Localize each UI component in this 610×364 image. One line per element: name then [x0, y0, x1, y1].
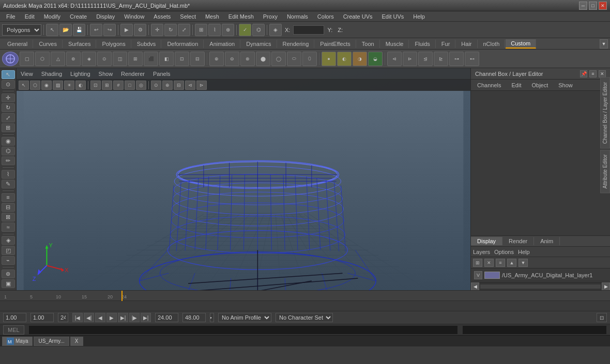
shelf-tab-dynamics[interactable]: Dynamics [241, 40, 277, 48]
char-set-dropdown[interactable]: No Character Set [276, 313, 333, 322]
layer-vis-0[interactable]: V [474, 271, 482, 279]
prev-key-btn[interactable]: ◀| [84, 313, 94, 322]
shelf-tab-rendering[interactable]: Rendering [278, 40, 315, 48]
select-tool-btn[interactable]: ↖ [46, 24, 58, 36]
layer-move-down-btn[interactable]: ▼ [518, 259, 528, 267]
cb-tab-edit[interactable]: Edit [507, 81, 525, 89]
vp-ortho-btn[interactable]: □ [125, 81, 135, 90]
sculpt-tool[interactable]: ⌬ [2, 147, 15, 155]
vp-menu-view[interactable]: View [21, 71, 33, 77]
vp-bookmark-btn[interactable]: ⊲ [185, 81, 195, 90]
shelf-icon-20[interactable]: ● [322, 52, 336, 66]
right-panel-scrollbar[interactable]: ◀ ▶ [471, 282, 610, 290]
channel-box-options[interactable]: ≡ [589, 70, 597, 77]
shelf-icon-12[interactable]: ⊟ [190, 52, 205, 66]
input-ops-btn[interactable]: ◈ [269, 24, 282, 36]
render-layers-btn[interactable]: ⊠ [2, 213, 15, 221]
shelf-tab-curves[interactable]: Curves [34, 40, 63, 48]
shelf-icon-2[interactable]: ⬡ [35, 52, 50, 66]
shelf-tab-custom[interactable]: Custom [506, 39, 536, 49]
select-tool[interactable]: ↖ [2, 70, 15, 79]
vp-aa-btn[interactable]: ⊕ [162, 81, 173, 90]
shelf-icon-29[interactable]: ⊷ [465, 52, 479, 66]
vp-shadow-btn[interactable]: ◐ [75, 81, 86, 90]
vp-isolate-btn[interactable]: ◎ [136, 81, 146, 90]
vp-xray-btn[interactable]: ⊳ [196, 81, 207, 90]
pb-tab-render[interactable]: Render [502, 237, 534, 245]
vp-grid-btn[interactable]: # [113, 81, 124, 90]
maximize-button[interactable]: □ [589, 2, 597, 10]
lasso-tool[interactable]: ⊙ [2, 80, 15, 89]
scroll-right-btn[interactable]: ▶ [602, 282, 610, 291]
shelf-icon-21[interactable]: ◐ [337, 52, 352, 66]
shelf-icon-10[interactable]: ◧ [159, 52, 174, 66]
menu-modify[interactable]: Modify [40, 12, 65, 21]
range-end-input[interactable]: 48.00 [182, 313, 206, 322]
render-btn[interactable]: ▶ [120, 24, 133, 36]
vp-poly-count-btn[interactable]: ⊞ [102, 81, 112, 90]
shelf-icon-26[interactable]: ⊴ [418, 52, 433, 66]
delete-layer-btn[interactable]: ✕ [484, 259, 494, 267]
shelf-icon-5[interactable]: ◈ [82, 52, 96, 66]
vp-wireframe-btn[interactable]: ⬡ [30, 81, 40, 90]
shelf-tab-toon[interactable]: Toon [357, 40, 380, 48]
vp-menu-show[interactable]: Show [99, 71, 113, 77]
shelf-tab-fluids[interactable]: Fluids [409, 40, 435, 48]
shelf-tab-fur[interactable]: Fur [436, 40, 456, 48]
taskbar-btn-maya[interactable]: M Maya [2, 337, 33, 346]
move-btn[interactable]: ✛ [151, 24, 163, 36]
play-end-btn[interactable]: ▶| [141, 313, 151, 322]
shelf-tab-general[interactable]: General [2, 40, 33, 48]
play-btn[interactable]: ▶ [106, 313, 117, 322]
start-frame-input[interactable]: 1.00 [30, 313, 54, 322]
vp-menu-panels[interactable]: Panels [153, 71, 171, 77]
curve-tool[interactable]: ⌇ [2, 170, 15, 179]
menu-mesh[interactable]: Mesh [201, 12, 223, 21]
channel-box-close[interactable]: ✕ [599, 70, 606, 77]
menu-edit-mesh[interactable]: Edit Mesh [224, 12, 258, 21]
menu-proxy[interactable]: Proxy [259, 12, 282, 21]
move-tool[interactable]: ✛ [2, 93, 15, 102]
close-button[interactable]: ✕ [599, 2, 607, 10]
layer-menu-options[interactable]: Options [494, 249, 514, 255]
cb-tab-channels[interactable]: Channels [473, 81, 505, 89]
shelf-icon-3[interactable]: △ [51, 52, 65, 66]
layer-options-btn[interactable]: ≡ [496, 259, 505, 267]
undo-btn[interactable]: ↩ [90, 24, 102, 36]
shelf-icon-13[interactable]: ⊕ [209, 52, 224, 66]
shelf-tab-muscle[interactable]: Muscle [380, 40, 409, 48]
shelf-icon-28[interactable]: ⊶ [449, 52, 464, 66]
menu-edit[interactable]: Edit [21, 12, 39, 21]
shelf-icon-14[interactable]: ⊖ [225, 52, 239, 66]
redo-btn[interactable]: ↪ [103, 24, 116, 36]
minimize-button[interactable]: ─ [579, 2, 587, 10]
menu-display[interactable]: Display [92, 12, 119, 21]
hypershade-btn[interactable]: ◈ [2, 236, 15, 245]
menu-create-uvs[interactable]: Create UVs [339, 12, 377, 21]
rotate-btn[interactable]: ↻ [164, 24, 177, 36]
quick-select-btn[interactable]: ⊛ [2, 270, 15, 278]
channel-box-pin[interactable]: 📌 [580, 70, 587, 77]
layer-move-up-btn[interactable]: ▲ [507, 259, 516, 267]
shelf-tab-hair[interactable]: Hair [456, 40, 477, 48]
cb-tab-object[interactable]: Object [527, 81, 552, 89]
shelf-tab-subdvs[interactable]: Subdvs [132, 40, 162, 48]
play-start-btn[interactable]: |◀ [72, 313, 83, 322]
current-frame-input[interactable]: 1.00 [3, 313, 26, 322]
shelf-icon-16[interactable]: ⬤ [256, 52, 270, 66]
step-fwd-btn[interactable]: ▶| [118, 313, 128, 322]
new-layer-btn[interactable]: ⊞ [473, 259, 482, 267]
scale-tool[interactable]: ⤢ [2, 113, 15, 122]
shelf-tab-surfaces[interactable]: Surfaces [63, 40, 96, 48]
shelf-icon-27[interactable]: ⊵ [434, 52, 448, 66]
menu-create[interactable]: Create [66, 12, 91, 21]
shelf-icon-8[interactable]: ⊞ [128, 52, 143, 66]
snap-grid-btn[interactable]: ⊞ [195, 24, 207, 36]
scroll-left-btn[interactable]: ◀ [471, 282, 479, 291]
shelf-icon-22[interactable]: ◑ [353, 52, 367, 66]
side-tab-attribute-editor[interactable]: Attribute Editor [600, 150, 610, 193]
menu-edit-uvs[interactable]: Edit UVs [378, 12, 408, 21]
soft-mod-tool[interactable]: ◉ [2, 137, 15, 146]
vp-resolution-btn[interactable]: ⊙ [151, 81, 161, 90]
frame-indicator-input[interactable]: 24 [58, 313, 68, 322]
